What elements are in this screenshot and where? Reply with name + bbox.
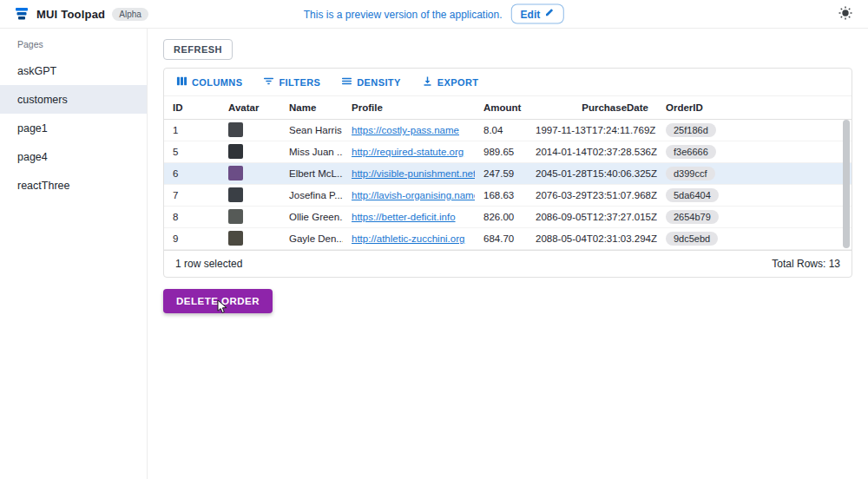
profile-link[interactable]: http://athletic-zucchini.org (352, 233, 464, 244)
vertical-scrollbar[interactable] (843, 120, 850, 248)
grid-toolbar: COLUMNS FILTERS (164, 69, 852, 96)
cell-avatar (220, 144, 280, 161)
profile-link[interactable]: http://visible-punishment.net (352, 168, 475, 179)
avatar (228, 166, 243, 180)
cell-avatar (220, 122, 280, 139)
cell-name: Elbert McL... (280, 168, 343, 179)
cell-profile: http://required-statute.org (343, 147, 475, 157)
table-row[interactable]: 7 Josefina P... http://lavish-organising… (164, 185, 852, 207)
app-title: MUI Toolpad (36, 8, 105, 21)
sidebar-item-label: page1 (17, 122, 48, 135)
density-icon (341, 75, 352, 89)
cell-amount: 8.04 (475, 125, 527, 135)
column-header-name[interactable]: Name (280, 96, 343, 119)
grid-footer: 1 row selected Total Rows: 13 (164, 250, 852, 277)
profile-link[interactable]: https://costly-pass.name (352, 125, 459, 135)
sidebar-item-label: page4 (17, 151, 48, 163)
cell-orderid: f3e6666 (657, 145, 841, 159)
sidebar-section-label: Pages (0, 34, 147, 56)
app-bar: MUI Toolpad Alpha This is a preview vers… (0, 0, 868, 29)
density-button-label: DENSITY (357, 77, 400, 88)
filters-button[interactable]: FILTERS (260, 74, 324, 90)
cell-name: Ollie Green... (280, 212, 343, 222)
data-grid: COLUMNS FILTERS (163, 68, 852, 278)
download-icon (422, 75, 433, 89)
cell-amount: 826.00 (475, 212, 527, 222)
cell-id: 6 (164, 168, 220, 179)
density-button[interactable]: DENSITY (338, 74, 404, 90)
delete-order-button[interactable]: DELETE ORDER (163, 289, 273, 313)
export-button-label: EXPORT (437, 77, 479, 88)
profile-link[interactable]: http://lavish-organising.name (352, 190, 475, 200)
profile-link[interactable]: http://required-statute.org (352, 147, 464, 157)
cell-amount: 684.70 (475, 233, 527, 244)
filter-list-icon (263, 75, 274, 89)
sidebar-item-askgpt[interactable]: askGPT (0, 56, 147, 85)
preview-banner: This is a preview version of the applica… (304, 4, 564, 24)
table-row[interactable]: 1 Sean Harris https://costly-pass.name 8… (164, 120, 852, 141)
column-header-purchasedate[interactable]: PurchaseDate (527, 96, 657, 119)
app-brand: MUI Toolpad Alpha (14, 6, 148, 22)
column-header-orderid[interactable]: OrderID (657, 96, 841, 119)
edit-button-label: Edit (521, 8, 541, 20)
cell-profile: http://lavish-organising.name (343, 190, 475, 200)
refresh-button[interactable]: REFRESH (163, 39, 233, 60)
selection-status: 1 row selected (175, 258, 242, 270)
avatar (228, 122, 243, 137)
avatar (228, 209, 243, 224)
column-header-profile[interactable]: Profile (343, 96, 475, 119)
table-row[interactable]: 9 Gayle Den... http://athletic-zucchini.… (164, 228, 852, 250)
cell-orderid: 9dc5ebd (657, 232, 841, 246)
column-header-avatar[interactable]: Avatar (220, 96, 280, 119)
page-content: REFRESH COLUMNS (148, 29, 868, 479)
cell-orderid: d399ccf (657, 167, 841, 180)
cell-orderid: 25f186d (657, 123, 841, 137)
column-header-amount[interactable]: Amount (475, 96, 527, 119)
theme-toggle-button[interactable] (837, 4, 854, 24)
cell-profile: http://visible-punishment.net (343, 168, 475, 179)
order-id-chip: f3e6666 (666, 145, 716, 159)
total-rows: Total Rows: 13 (772, 258, 840, 270)
columns-button[interactable]: COLUMNS (173, 74, 246, 90)
cell-purchasedate: 2076-03-29T23:51:07.968Z (527, 190, 657, 200)
sidebar-item-reactthree[interactable]: reactThree (0, 171, 147, 200)
sidebar-item-page1[interactable]: page1 (0, 114, 147, 142)
sidebar-item-customers[interactable]: customers (0, 85, 147, 114)
cell-avatar (220, 231, 280, 247)
cell-name: Miss Juan ... (280, 147, 343, 157)
export-button[interactable]: EXPORT (418, 74, 483, 90)
profile-link[interactable]: https://better-deficit.info (352, 212, 456, 222)
table-row[interactable]: 5 Miss Juan ... http://required-statute.… (164, 141, 852, 163)
cell-id: 9 (164, 233, 220, 244)
cell-profile: https://costly-pass.name (343, 125, 475, 135)
cell-id: 5 (164, 147, 220, 157)
cell-profile: https://better-deficit.info (343, 212, 475, 222)
cell-purchasedate: 1997-11-13T17:24:11.769Z (527, 125, 657, 135)
order-id-chip: 2654b79 (666, 210, 719, 224)
column-header-id[interactable]: ID (164, 96, 220, 119)
cell-amount: 168.63 (475, 190, 527, 200)
sidebar-item-page4[interactable]: page4 (0, 142, 147, 171)
cell-avatar (220, 209, 280, 226)
toolpad-logo-icon (14, 6, 30, 22)
grid-header-row: ID Avatar Name Profile Amount PurchaseDa… (164, 96, 852, 120)
order-id-chip: 25f186d (666, 123, 716, 137)
delete-order-button-label: DELETE ORDER (176, 296, 260, 306)
table-row-selected[interactable]: 6 Elbert McL... http://visible-punishmen… (164, 163, 852, 185)
sidebar-item-label: customers (17, 94, 68, 106)
table-row[interactable]: 8 Ollie Green... https://better-deficit.… (164, 207, 852, 228)
cell-avatar (220, 187, 280, 204)
edit-button[interactable]: Edit (511, 4, 565, 24)
cell-amount: 247.59 (475, 168, 527, 179)
pencil-icon (544, 8, 555, 21)
cell-orderid: 2654b79 (657, 210, 841, 224)
order-id-chip: d399ccf (666, 167, 715, 180)
cell-profile: http://athletic-zucchini.org (343, 233, 475, 244)
columns-button-label: COLUMNS (192, 77, 242, 88)
cell-purchasedate: 2045-01-28T15:40:06.325Z (527, 168, 657, 179)
filters-button-label: FILTERS (279, 77, 320, 88)
order-id-chip: 5da6404 (666, 188, 719, 202)
cell-name: Josefina P... (280, 190, 343, 200)
cell-avatar (220, 166, 280, 182)
sidebar-item-label: reactThree (17, 180, 69, 192)
